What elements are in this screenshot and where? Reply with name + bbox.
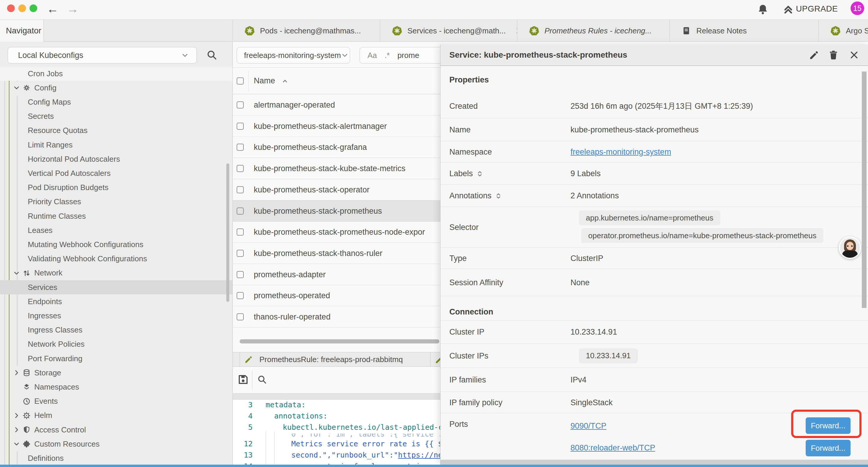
table-row-prometheus-operated[interactable]: prometheus-operated — [233, 285, 440, 306]
sidebar-item-network-policies[interactable]: Network Policies — [0, 337, 232, 351]
sidebar-item-namespaces[interactable]: Namespaces — [0, 380, 232, 394]
sidebar-item-helm[interactable]: Helm — [0, 408, 232, 423]
minimize-window-button[interactable] — [18, 4, 26, 12]
upgrade-button[interactable]: UPGRADE — [796, 4, 838, 13]
services-search-input[interactable]: Aa .* prome — [360, 47, 440, 63]
row-checkbox[interactable] — [237, 292, 244, 299]
navigator-scrollbar[interactable] — [226, 164, 229, 302]
row-checkbox[interactable] — [237, 313, 244, 320]
select-all-checkbox[interactable] — [237, 78, 244, 85]
table-row-kube-prometheus-stack-thanos-ruler[interactable]: kube-prometheus-stack-thanos-ruler — [233, 243, 440, 264]
table-row-thanos-ruler-operated[interactable]: thanos-ruler-operated — [233, 306, 440, 327]
editor-tab-prometheusrule[interactable]: PrometheusRule: freeleaps-prod-rabbitmq — [240, 352, 430, 367]
sidebar-item-access-control[interactable]: Access Control — [0, 423, 232, 437]
runbook-url-link[interactable]: https://net — [398, 451, 440, 459]
editor-search-icon[interactable] — [257, 375, 267, 384]
sidebar-item-config-maps[interactable]: Config Maps — [0, 95, 232, 109]
sidebar-item-validating-webhook-configurations[interactable]: Validating Webhook Configurations — [0, 252, 232, 266]
row-checkbox[interactable] — [237, 271, 244, 278]
chevron-right-icon[interactable] — [13, 369, 20, 376]
expander-icon[interactable] — [495, 193, 502, 199]
sidebar-item-services[interactable]: Services — [0, 280, 232, 294]
tab-pods-icecheng-mathmas[interactable]: Pods - icecheng@mathmas... — [232, 20, 380, 42]
chevron-down-icon[interactable] — [13, 269, 20, 276]
sidebar-item-mutating-webhook-configurations[interactable]: Mutating Webhook Configurations — [0, 237, 232, 252]
table-row-kube-prometheus-stack-kube-state-metrics[interactable]: kube-prometheus-stack-kube-state-metrics — [233, 158, 440, 179]
namespace-link[interactable]: freeleaps-monitoring-system — [570, 147, 671, 156]
port-link-8080-reloader-web-tcp[interactable]: 8080:reloader-web/TCP — [570, 443, 655, 453]
table-row-prometheus-adapter[interactable]: prometheus-adapter — [233, 264, 440, 285]
expander-icon[interactable] — [476, 170, 483, 177]
row-checkbox[interactable] — [237, 144, 244, 151]
notifications-bell-icon[interactable] — [757, 4, 769, 16]
forward-button[interactable]: → — [67, 2, 79, 16]
tab-services-icecheng-math[interactable]: Services - icecheng@math... — [380, 20, 517, 42]
sidebar-item-horizontal-pod-autoscalers[interactable]: Horizontal Pod Autoscalers — [0, 152, 232, 166]
sidebar-item-pod-disruption-budgets[interactable]: Pod Disruption Budgets — [0, 181, 232, 195]
edit-pencil-icon[interactable] — [809, 50, 819, 60]
row-checkbox[interactable] — [237, 101, 244, 109]
zoom-window-button[interactable] — [30, 4, 37, 12]
chevron-right-icon[interactable] — [13, 426, 20, 433]
tab-label: Pods - icecheng@mathmas... — [260, 26, 361, 35]
sidebar-item-secrets[interactable]: Secrets — [0, 109, 232, 123]
namespace-filter-select[interactable]: freeleaps-monitoring-system — [237, 47, 350, 63]
table-row-kube-prometheus-stack-operator[interactable]: kube-prometheus-stack-operator — [233, 179, 440, 200]
sidebar-item-network[interactable]: Network — [0, 266, 232, 280]
chevron-right-icon[interactable] — [13, 412, 20, 419]
forward-button[interactable]: Forward... — [806, 440, 850, 456]
sidebar-item-runtime-classes[interactable]: Runtime Classes — [0, 209, 232, 223]
match-case-toggle[interactable]: Aa — [368, 51, 377, 60]
drawer-bottom-scrollbar-track[interactable] — [440, 460, 868, 465]
services-horizontal-scrollbar[interactable] — [240, 339, 439, 344]
editor-tab-next[interactable] — [435, 355, 440, 364]
sidebar-item-leases[interactable]: Leases — [0, 223, 232, 237]
row-checkbox[interactable] — [237, 250, 244, 257]
row-checkbox[interactable] — [237, 186, 244, 193]
yaml-editor[interactable]: 3metadata:4annotations:5kubectl.kubernet… — [233, 400, 440, 465]
table-row-kube-prometheus-stack-prometheus-node-expor[interactable]: kube-prometheus-stack-prometheus-node-ex… — [233, 222, 440, 243]
navigator-search-icon[interactable] — [206, 49, 217, 61]
sidebar-item-endpoints[interactable]: Endpoints — [0, 294, 232, 309]
sidebar-item-port-forwarding[interactable]: Port Forwarding — [0, 351, 232, 366]
tab-release-notes[interactable]: Release Notes — [670, 20, 818, 42]
chevron-down-icon[interactable] — [13, 440, 20, 447]
port-link-9090-tcp[interactable]: 9090/TCP — [570, 421, 607, 431]
table-row-kube-prometheus-stack-prometheus[interactable]: kube-prometheus-stack-prometheus — [233, 200, 440, 222]
close-window-button[interactable] — [7, 4, 15, 12]
sidebar-item-custom-resources[interactable]: Custom Resources — [0, 437, 232, 451]
close-icon[interactable] — [849, 50, 860, 60]
delete-trash-icon[interactable] — [828, 50, 839, 60]
notification-count-badge[interactable]: 15 — [850, 1, 864, 15]
row-checkbox[interactable] — [237, 165, 244, 172]
sidebar-item-priority-classes[interactable]: Priority Classes — [0, 195, 232, 209]
sidebar-item-definitions[interactable]: Definitions — [0, 451, 232, 465]
tab-prometheus-rules-icecheng[interactable]: Prometheus Rules - icecheng... — [517, 20, 670, 42]
name-column-header[interactable]: Name — [254, 76, 275, 85]
row-checkbox[interactable] — [237, 123, 244, 130]
drawer-scrollbar[interactable] — [862, 71, 867, 308]
sidebar-item-limit-ranges[interactable]: Limit Ranges — [0, 138, 232, 152]
sidebar-item-vertical-pod-autoscalers[interactable]: Vertical Pod Autoscalers — [0, 166, 232, 180]
sidebar-item-events[interactable]: Events — [0, 394, 232, 408]
back-button[interactable]: ← — [47, 2, 59, 16]
sidebar-item-cron-jobs[interactable]: Cron Jobs — [0, 66, 232, 81]
sidebar-item-config[interactable]: Config — [0, 81, 232, 95]
sidebar-item-ingresses[interactable]: Ingresses — [0, 309, 232, 323]
sidebar-item-ingress-classes[interactable]: Ingress Classes — [0, 323, 232, 337]
chevron-down-icon[interactable] — [13, 84, 20, 91]
row-checkbox[interactable] — [237, 229, 244, 236]
table-row-alertmanager-operated[interactable]: alertmanager-operated — [233, 94, 440, 116]
save-icon[interactable] — [237, 373, 249, 386]
table-row-kube-prometheus-stack-grafana[interactable]: kube-prometheus-stack-grafana — [233, 137, 440, 158]
kubeconfig-selector[interactable]: Local Kubeconfigs — [8, 47, 197, 63]
navigator-panel-tab[interactable]: Navigator — [0, 20, 44, 42]
tab-argo-se[interactable]: Argo Se — [818, 20, 868, 42]
sidebar-item-storage[interactable]: Storage — [0, 366, 232, 380]
table-row-kube-prometheus-stack-alertmanager[interactable]: kube-prometheus-stack-alertmanager — [233, 116, 440, 137]
avatar[interactable] — [839, 236, 861, 259]
regex-toggle[interactable]: .* — [385, 51, 390, 60]
row-checkbox[interactable] — [237, 207, 244, 214]
upgrade-icon[interactable] — [783, 4, 794, 15]
sidebar-item-resource-quotas[interactable]: Resource Quotas — [0, 123, 232, 138]
